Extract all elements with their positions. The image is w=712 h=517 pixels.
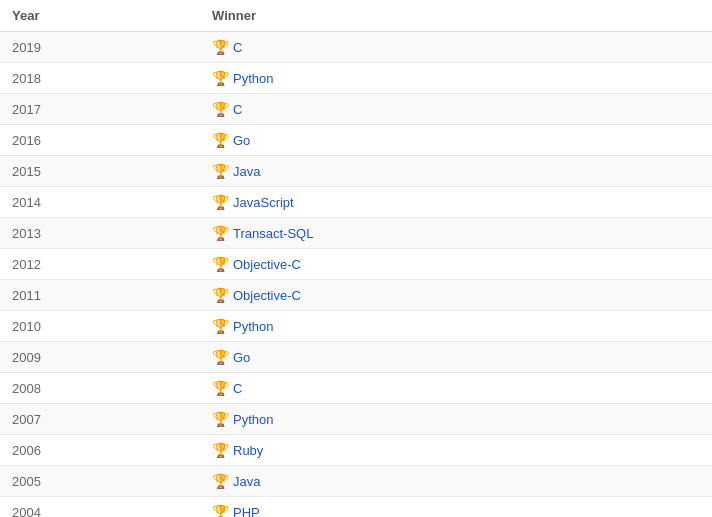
winner-name: Objective-C — [233, 257, 301, 272]
table-row: 2012🏆Objective-C — [0, 249, 712, 280]
year-cell: 2017 — [0, 94, 200, 125]
winner-cell: 🏆Objective-C — [200, 280, 712, 311]
winner-name: Go — [233, 350, 250, 365]
winner-name: JavaScript — [233, 195, 294, 210]
table-row: 2019🏆C — [0, 32, 712, 63]
table-row: 2005🏆Java — [0, 466, 712, 497]
trophy-icon: 🏆 — [212, 101, 229, 117]
winner-cell: 🏆C — [200, 373, 712, 404]
winner-name: Python — [233, 319, 273, 334]
winner-cell: 🏆PHP — [200, 497, 712, 518]
winner-name: Java — [233, 164, 260, 179]
winner-cell: 🏆Go — [200, 342, 712, 373]
trophy-icon: 🏆 — [212, 39, 229, 55]
trophy-icon: 🏆 — [212, 163, 229, 179]
trophy-icon: 🏆 — [212, 225, 229, 241]
table-row: 2006🏆Ruby — [0, 435, 712, 466]
winner-cell: 🏆Objective-C — [200, 249, 712, 280]
table-row: 2007🏆Python — [0, 404, 712, 435]
trophy-icon: 🏆 — [212, 504, 229, 517]
trophy-icon: 🏆 — [212, 442, 229, 458]
winners-table: Year Winner 2019🏆C2018🏆Python2017🏆C2016🏆… — [0, 0, 712, 517]
winner-name: PHP — [233, 505, 260, 517]
table-row: 2009🏆Go — [0, 342, 712, 373]
year-cell: 2007 — [0, 404, 200, 435]
winner-cell: 🏆Go — [200, 125, 712, 156]
winner-cell: 🏆Python — [200, 404, 712, 435]
table-row: 2008🏆C — [0, 373, 712, 404]
winner-cell: 🏆Transact-SQL — [200, 218, 712, 249]
year-cell: 2015 — [0, 156, 200, 187]
winner-name: Objective-C — [233, 288, 301, 303]
trophy-icon: 🏆 — [212, 287, 229, 303]
trophy-icon: 🏆 — [212, 194, 229, 210]
table-row: 2016🏆Go — [0, 125, 712, 156]
winner-name: Transact-SQL — [233, 226, 313, 241]
trophy-icon: 🏆 — [212, 380, 229, 396]
year-cell: 2018 — [0, 63, 200, 94]
winner-cell: 🏆Python — [200, 311, 712, 342]
year-cell: 2009 — [0, 342, 200, 373]
table-row: 2015🏆Java — [0, 156, 712, 187]
winner-cell: 🏆JavaScript — [200, 187, 712, 218]
winner-cell: 🏆Ruby — [200, 435, 712, 466]
year-cell: 2014 — [0, 187, 200, 218]
winner-name: Java — [233, 474, 260, 489]
winner-name: Python — [233, 71, 273, 86]
table-row: 2014🏆JavaScript — [0, 187, 712, 218]
trophy-icon: 🏆 — [212, 318, 229, 334]
winner-name: C — [233, 40, 242, 55]
winner-header: Winner — [200, 0, 712, 32]
winner-cell: 🏆Java — [200, 466, 712, 497]
year-cell: 2013 — [0, 218, 200, 249]
year-header: Year — [0, 0, 200, 32]
winner-cell: 🏆C — [200, 32, 712, 63]
winner-cell: 🏆C — [200, 94, 712, 125]
year-cell: 2019 — [0, 32, 200, 63]
year-cell: 2016 — [0, 125, 200, 156]
table-row: 2018🏆Python — [0, 63, 712, 94]
year-cell: 2004 — [0, 497, 200, 518]
table-row: 2004🏆PHP — [0, 497, 712, 518]
winner-cell: 🏆Java — [200, 156, 712, 187]
winner-name: Python — [233, 412, 273, 427]
table-row: 2011🏆Objective-C — [0, 280, 712, 311]
table-row: 2017🏆C — [0, 94, 712, 125]
trophy-icon: 🏆 — [212, 473, 229, 489]
winner-name: Ruby — [233, 443, 263, 458]
winner-name: C — [233, 102, 242, 117]
table-row: 2013🏆Transact-SQL — [0, 218, 712, 249]
year-cell: 2010 — [0, 311, 200, 342]
table-header-row: Year Winner — [0, 0, 712, 32]
trophy-icon: 🏆 — [212, 411, 229, 427]
year-cell: 2005 — [0, 466, 200, 497]
table-row: 2010🏆Python — [0, 311, 712, 342]
trophy-icon: 🏆 — [212, 349, 229, 365]
year-cell: 2012 — [0, 249, 200, 280]
trophy-icon: 🏆 — [212, 70, 229, 86]
year-cell: 2008 — [0, 373, 200, 404]
winner-cell: 🏆Python — [200, 63, 712, 94]
trophy-icon: 🏆 — [212, 256, 229, 272]
winner-name: C — [233, 381, 242, 396]
trophy-icon: 🏆 — [212, 132, 229, 148]
year-cell: 2011 — [0, 280, 200, 311]
winner-name: Go — [233, 133, 250, 148]
year-cell: 2006 — [0, 435, 200, 466]
